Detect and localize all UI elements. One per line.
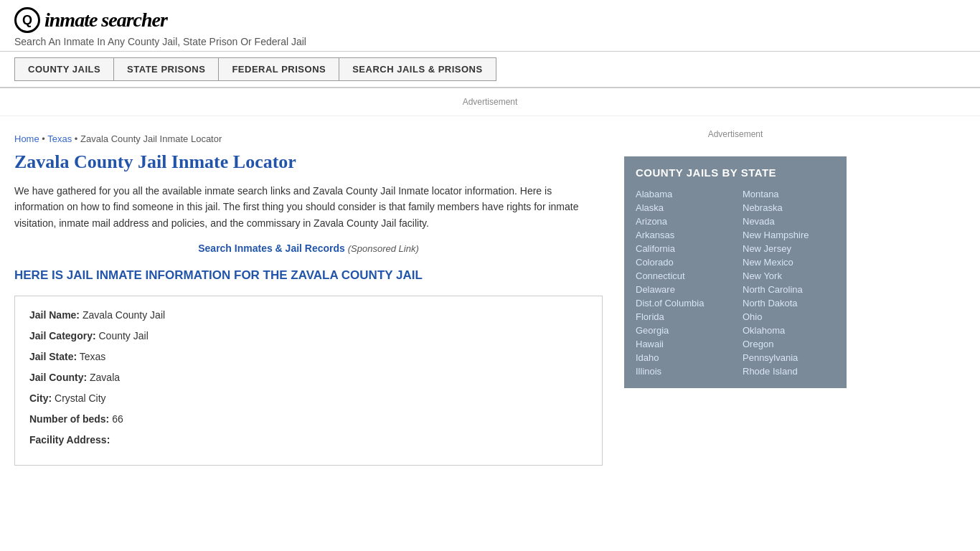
- logo-text: inmate searcher: [44, 9, 167, 32]
- breadcrumb-home[interactable]: Home: [14, 133, 39, 144]
- info-row-address: Facility Address:: [29, 433, 588, 448]
- state-link-new-york[interactable]: New York: [743, 269, 835, 283]
- info-label-beds: Number of beds:: [29, 413, 109, 425]
- state-link-new-hampshire[interactable]: New Hampshire: [743, 228, 835, 242]
- section-heading: HERE IS JAIL INMATE INFORMATION FOR THE …: [14, 268, 603, 283]
- sponsored-text: (Sponsored Link): [348, 243, 419, 254]
- sidebar: Advertisement COUNTY JAILS BY STATE Alab…: [624, 123, 847, 480]
- logo-icon: Q: [14, 7, 40, 33]
- state-link-idaho[interactable]: Idaho: [636, 351, 728, 364]
- state-link-alabama[interactable]: Alabama: [636, 187, 728, 201]
- state-link-georgia[interactable]: Georgia: [636, 324, 728, 337]
- state-link-florida[interactable]: Florida: [636, 310, 728, 324]
- county-jails-title: COUNTY JAILS BY STATE: [636, 166, 835, 179]
- info-row-category: Jail Category: County Jail: [29, 329, 588, 344]
- state-link-delaware[interactable]: Delaware: [636, 283, 728, 296]
- info-value-city: Crystal City: [55, 392, 106, 404]
- state-link-pennsylvania[interactable]: Pennsylvania: [743, 351, 835, 364]
- tagline: Search An Inmate In Any County Jail, Sta…: [14, 36, 966, 47]
- breadcrumb-sep2: •: [75, 133, 80, 144]
- info-label-category: Jail Category:: [29, 330, 96, 342]
- county-jails-box: COUNTY JAILS BY STATE AlabamaAlaskaArizo…: [624, 156, 847, 388]
- state-link-nevada[interactable]: Nevada: [743, 215, 835, 228]
- state-link-new-jersey[interactable]: New Jersey: [743, 242, 835, 255]
- logo-text-italic2: searcher: [101, 9, 167, 31]
- info-value-category: County Jail: [98, 330, 148, 342]
- search-link-area: Search Inmates & Jail Records (Sponsored…: [14, 242, 603, 254]
- breadcrumb: Home • Texas • Zavala County Jail Inmate…: [14, 123, 603, 151]
- info-label-city: City:: [29, 392, 52, 404]
- state-link-distof-columbia[interactable]: Dist.of Columbia: [636, 296, 728, 310]
- state-link-arizona[interactable]: Arizona: [636, 215, 728, 228]
- info-row-beds: Number of beds: 66: [29, 412, 588, 427]
- info-box: Jail Name: Zavala County Jail Jail Categ…: [14, 296, 603, 466]
- main-layout: Home • Texas • Zavala County Jail Inmate…: [0, 123, 980, 480]
- state-link-alaska[interactable]: Alaska: [636, 201, 728, 215]
- nav-bar: COUNTY JAILS STATE PRISONS FEDERAL PRISO…: [0, 52, 980, 88]
- nav-search-jails[interactable]: SEARCH JAILS & PRISONS: [339, 57, 496, 81]
- logo-text-italic: inmate: [44, 9, 97, 31]
- breadcrumb-current: Zavala County Jail Inmate Locator: [80, 133, 222, 144]
- nav-state-prisons[interactable]: STATE PRISONS: [113, 57, 218, 81]
- info-value-beds: 66: [112, 413, 123, 425]
- info-label-state: Jail State:: [29, 351, 77, 362]
- top-ad-banner: Advertisement: [0, 88, 980, 116]
- state-link-oregon[interactable]: Oregon: [743, 337, 835, 351]
- nav-county-jails[interactable]: COUNTY JAILS: [14, 57, 113, 81]
- state-link-north-carolina[interactable]: North Carolina: [743, 283, 835, 296]
- info-label-jail-name: Jail Name:: [29, 309, 80, 321]
- page-description: We have gathered for you all the availab…: [14, 183, 603, 231]
- search-inmates-link[interactable]: Search Inmates & Jail Records: [198, 242, 345, 254]
- state-link-hawaii[interactable]: Hawaii: [636, 337, 728, 351]
- breadcrumb-state[interactable]: Texas: [47, 133, 72, 144]
- info-label-address: Facility Address:: [29, 434, 110, 446]
- state-link-illinois[interactable]: Illinois: [636, 364, 728, 378]
- info-value-state: Texas: [80, 351, 106, 362]
- state-link-ohio[interactable]: Ohio: [743, 310, 835, 324]
- state-link-arkansas[interactable]: Arkansas: [636, 228, 728, 242]
- state-link-new-mexico[interactable]: New Mexico: [743, 255, 835, 269]
- info-label-county: Jail County:: [29, 372, 87, 383]
- info-row-city: City: Crystal City: [29, 391, 588, 406]
- sidebar-ad: Advertisement: [624, 123, 847, 145]
- state-link-oklahoma[interactable]: Oklahoma: [743, 324, 835, 337]
- info-value-jail-name: Zavala County Jail: [83, 309, 165, 321]
- info-row-county: Jail County: Zavala: [29, 370, 588, 385]
- state-link-colorado[interactable]: Colorado: [636, 255, 728, 269]
- state-link-nebraska[interactable]: Nebraska: [743, 201, 835, 215]
- state-link-montana[interactable]: Montana: [743, 187, 835, 201]
- info-row-jail-name: Jail Name: Zavala County Jail: [29, 308, 588, 323]
- info-value-county: Zavala: [90, 372, 120, 383]
- logo-area: Q inmate searcher: [14, 7, 966, 33]
- state-link-rhode-island[interactable]: Rhode Island: [743, 364, 835, 378]
- state-link-california[interactable]: California: [636, 242, 728, 255]
- info-row-state: Jail State: Texas: [29, 349, 588, 364]
- content-area: Home • Texas • Zavala County Jail Inmate…: [14, 123, 603, 480]
- page-title: Zavala County Jail Inmate Locator: [14, 151, 603, 173]
- states-col2: MontanaNebraskaNevadaNew HampshireNew Je…: [743, 187, 835, 378]
- state-link-north-dakota[interactable]: North Dakota: [743, 296, 835, 310]
- states-grid: AlabamaAlaskaArizonaArkansasCaliforniaCo…: [636, 187, 835, 378]
- nav-federal-prisons[interactable]: FEDERAL PRISONS: [218, 57, 339, 81]
- state-link-connecticut[interactable]: Connecticut: [636, 269, 728, 283]
- header: Q inmate searcher Search An Inmate In An…: [0, 0, 980, 52]
- states-col1: AlabamaAlaskaArizonaArkansasCaliforniaCo…: [636, 187, 728, 378]
